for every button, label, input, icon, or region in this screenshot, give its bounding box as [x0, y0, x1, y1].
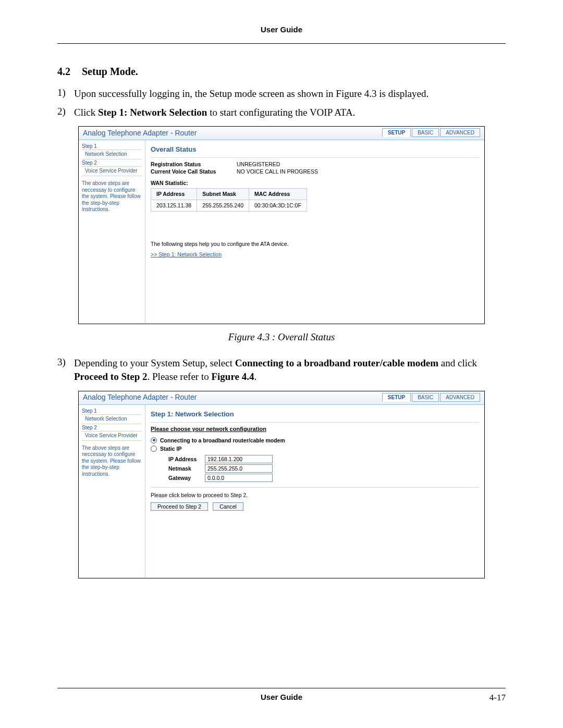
tab-advanced-2[interactable]: ADVANCED [440, 393, 480, 402]
table-row: 203.125.11.38 255.255.255.240 00:30:0A:3… [151, 200, 307, 212]
step-2-suffix: to start configurating the VOIP ATA. [207, 107, 355, 118]
radio-static-ip[interactable]: Static IP [151, 446, 479, 452]
window-titlebar: Analog Telephone Adapter - Router SETUP … [79, 127, 484, 140]
tab-bar: SETUP BASIC ADVANCED [382, 128, 480, 137]
figure-caption-1: Figure 4.3 : Overall Status [57, 331, 506, 343]
step-2-marker: 2) [57, 106, 74, 119]
page-header: User Guide [57, 25, 506, 34]
th-mac-address: MAC Address [249, 189, 307, 200]
step-list: 1) Upon successfully logging in, the Set… [57, 87, 506, 119]
screenshot-network-selection: Analog Telephone Adapter - Router SETUP … [78, 391, 485, 578]
step-3-f: Figure 4.4 [211, 371, 254, 382]
sidebar-step2-header: Step 2 [82, 159, 142, 167]
sidebar-network-selection[interactable]: Network Selection [82, 150, 142, 159]
step-1-marker: 1) [57, 87, 74, 101]
choose-heading: Please choose your network configuration [151, 426, 479, 432]
ip-address-input[interactable] [205, 455, 273, 463]
ip-address-label: IP Address [168, 456, 205, 462]
gateway-label: Gateway [168, 475, 205, 481]
radio-dot-icon [151, 446, 157, 452]
sidebar-2-network-selection[interactable]: Network Selection [82, 415, 142, 424]
sidebar-step1-header: Step 1 [82, 143, 142, 150]
step-3-a: Depending to your System Setup, select [74, 357, 235, 368]
page-number: 4-17 [474, 693, 506, 703]
radio-broadband[interactable]: Connecting to a broadband router/cable m… [151, 437, 479, 443]
tab-bar-2: SETUP BASIC ADVANCED [382, 393, 480, 402]
step-3-e: . Please refer to [148, 371, 212, 382]
td-mac-address: 00:30:0A:3D:1C:0F [249, 200, 307, 212]
gateway-input[interactable] [205, 474, 273, 482]
sidebar: Step 1 Network Selection Step 2 Voice Se… [79, 140, 145, 324]
th-ip-address: IP Address [151, 189, 197, 200]
td-ip-address: 203.125.11.38 [151, 200, 197, 212]
radio-broadband-label: Connecting to a broadband router/cable m… [160, 437, 285, 443]
section-heading: 4.2 Setup Mode. [57, 66, 506, 78]
step-3-d: Proceed to Step 2 [74, 371, 148, 382]
radio-static-ip-label: Static IP [160, 446, 181, 452]
footer-title: User Guide [89, 693, 474, 703]
step-list-2: 3) Depending to your System Setup, selec… [57, 356, 506, 383]
sidebar-voice-provider[interactable]: Voice Service Provider [82, 167, 142, 176]
screenshot-overall-status: Analog Telephone Adapter - Router SETUP … [78, 126, 485, 324]
sidebar-2: Step 1 Network Selection Step 2 Voice Se… [79, 405, 145, 578]
step-3-text: Depending to your System Setup, select C… [74, 356, 506, 383]
td-subnet-mask: 255.255.255.240 [197, 200, 249, 212]
cancel-button[interactable]: Cancel [213, 502, 243, 511]
step-3-marker: 3) [57, 356, 74, 383]
header-rule [57, 43, 506, 44]
section-number: 4.2 [57, 66, 79, 78]
step-3-c: and click [438, 357, 477, 368]
netmask-input[interactable] [205, 464, 273, 473]
sidebar-note: The above steps are neccessay to configu… [82, 180, 142, 213]
divider-2 [151, 422, 479, 423]
voice-call-status-value: NO VOICE CALL IN PROGRESS [237, 168, 318, 175]
radio-dot-icon [151, 437, 157, 443]
sidebar-2-step1-header: Step 1 [82, 408, 142, 415]
sidebar-2-note: The above steps are neccessay to configu… [82, 445, 142, 478]
tab-advanced[interactable]: ADVANCED [440, 128, 480, 137]
netmask-label: Netmask [168, 465, 205, 472]
window-title: Analog Telephone Adapter - Router [83, 129, 382, 137]
main-panel-2: Step 1: Network Selection Please choose … [145, 405, 484, 578]
step-2-prefix: Click [74, 107, 98, 118]
tab-setup-2[interactable]: SETUP [382, 393, 411, 402]
proceed-note: Please click below to proceed to Step 2. [151, 492, 479, 498]
footer-rule [57, 688, 506, 688]
divider [151, 157, 479, 158]
sidebar-2-voice-provider[interactable]: Voice Service Provider [82, 431, 142, 441]
divider-3 [151, 487, 479, 488]
window-titlebar-2: Analog Telephone Adapter - Router SETUP … [79, 391, 484, 405]
registration-status-label: Registration Status [151, 161, 237, 167]
window-title-2: Analog Telephone Adapter - Router [83, 393, 382, 401]
wizard-step1-link[interactable]: >> Step 1: Network Selection [151, 251, 222, 257]
tab-basic-2[interactable]: BASIC [412, 393, 439, 402]
step-3-b: Connecting to a broadband router/cable m… [235, 357, 438, 368]
tab-basic[interactable]: BASIC [412, 128, 439, 137]
th-subnet-mask: Subnet Mask [197, 189, 249, 200]
proceed-button[interactable]: Proceed to Step 2 [151, 502, 208, 511]
panel-heading-2: Step 1: Network Selection [151, 410, 479, 418]
panel-heading: Overall Status [151, 145, 479, 153]
step-2-text: Click Step 1: Network Selection to start… [74, 106, 506, 119]
step-2-bold: Step 1: Network Selection [98, 107, 207, 118]
main-panel: Overall Status Registration Status UNREG… [145, 140, 484, 324]
static-ip-grid: IP Address Netmask Gateway [168, 455, 479, 482]
tab-setup[interactable]: SETUP [382, 128, 411, 137]
voice-call-status-label: Current Voice Call Status [151, 168, 237, 175]
step-3-g: . [254, 371, 256, 382]
wan-statistic-title: WAN Statistic: [151, 180, 479, 186]
wan-table: IP Address Subnet Mask MAC Address 203.1… [151, 188, 307, 212]
registration-status-value: UNREGISTERED [237, 161, 280, 167]
section-title: Setup Mode. [82, 66, 138, 77]
sidebar-2-step2-header: Step 2 [82, 424, 142, 431]
page-footer: User Guide 4-17 [57, 683, 506, 703]
step-1-text: Upon successfully logging in, the Setup … [74, 87, 506, 101]
help-text: The following steps help you to configur… [151, 241, 479, 247]
